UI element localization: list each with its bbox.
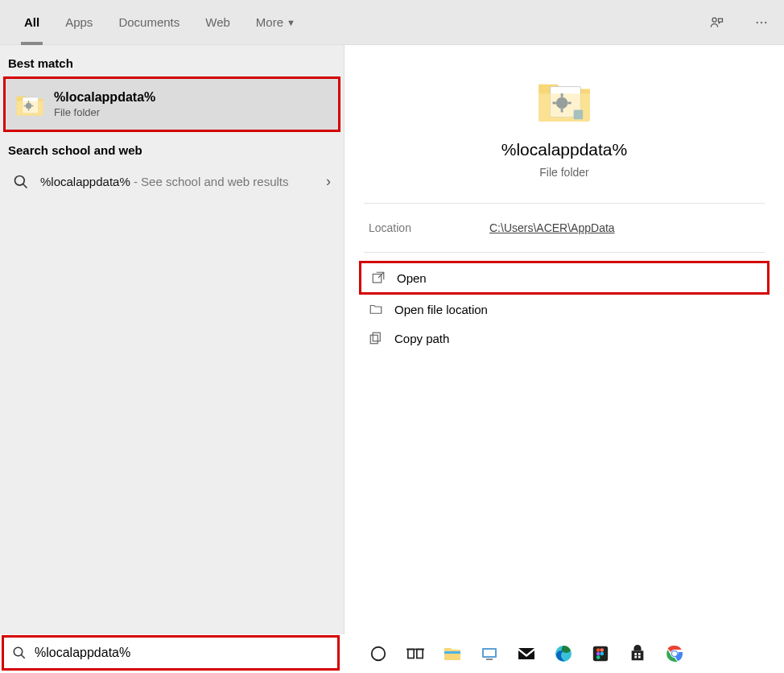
svg-line-23	[21, 654, 25, 659]
taskbar-cortana-icon[interactable]	[365, 641, 391, 667]
svg-point-46	[672, 651, 677, 656]
folder-icon-large	[536, 77, 592, 124]
actions-list: Open Open file location Copy path	[345, 253, 784, 361]
web-result-query: %localappdata%	[40, 175, 130, 188]
taskbar-app-icon[interactable]	[477, 641, 502, 667]
svg-point-1	[757, 21, 758, 23]
svg-point-36	[596, 652, 600, 656]
svg-rect-26	[417, 650, 423, 659]
svg-line-11	[23, 184, 27, 188]
open-icon	[371, 270, 386, 285]
search-icon	[12, 646, 27, 660]
search-web-header: Search school and web	[0, 132, 344, 163]
svg-rect-25	[408, 650, 414, 659]
folder-location-icon	[369, 302, 383, 316]
action-open-location-label: Open file location	[394, 303, 488, 316]
web-search-result[interactable]: %localappdata% - See school and web resu…	[0, 163, 344, 200]
feedback-icon[interactable]	[702, 8, 731, 37]
taskbar	[0, 634, 784, 673]
copy-icon	[369, 331, 383, 345]
action-copy-path[interactable]: Copy path	[359, 324, 770, 353]
preview-subtitle: File folder	[361, 166, 768, 179]
web-result-hint: - See school and web results	[130, 175, 289, 188]
best-match-title: %localappdata%	[54, 90, 155, 105]
taskbar-chrome-icon[interactable]	[662, 641, 687, 667]
svg-point-3	[765, 21, 766, 23]
folder-icon	[15, 93, 44, 117]
tab-all[interactable]: All	[11, 0, 52, 45]
svg-rect-20	[373, 332, 380, 341]
svg-rect-32	[518, 648, 534, 659]
location-label: Location	[369, 221, 489, 234]
svg-point-2	[761, 21, 762, 23]
action-open-label: Open	[397, 271, 427, 285]
svg-rect-31	[486, 659, 493, 660]
tab-more-label: More	[256, 15, 283, 29]
search-input[interactable]	[35, 646, 329, 660]
search-filter-tabs: All Apps Documents Web More ▼	[0, 0, 784, 45]
svg-point-0	[712, 18, 716, 22]
tab-apps[interactable]: Apps	[52, 0, 105, 45]
svg-rect-42	[634, 656, 637, 659]
taskbar-explorer-icon[interactable]	[439, 641, 465, 667]
best-match-result[interactable]: %localappdata% File folder	[3, 76, 340, 132]
tab-more[interactable]: More ▼	[243, 0, 308, 45]
taskbar-taskview-icon[interactable]	[402, 641, 428, 667]
svg-point-35	[596, 648, 600, 652]
preview-title: %localappdata%	[361, 140, 768, 159]
best-match-header: Best match	[0, 45, 344, 76]
chevron-right-icon: ›	[326, 173, 331, 190]
location-path[interactable]: C:\Users\ACER\AppData	[489, 221, 615, 234]
action-copy-path-label: Copy path	[394, 332, 449, 345]
tab-documents[interactable]: Documents	[105, 0, 192, 45]
action-open[interactable]: Open	[359, 261, 770, 295]
search-box[interactable]	[2, 635, 340, 671]
svg-point-37	[596, 655, 600, 659]
svg-point-39	[600, 652, 605, 656]
chevron-down-icon: ▼	[287, 18, 295, 27]
svg-point-10	[15, 175, 25, 185]
preview-pane: %localappdata% File folder Location C:\U…	[345, 45, 784, 634]
svg-rect-21	[370, 335, 378, 344]
tab-web[interactable]: Web	[192, 0, 243, 45]
taskbar-store-icon[interactable]	[625, 641, 650, 667]
svg-rect-41	[638, 653, 641, 655]
taskbar-mail-icon[interactable]	[514, 641, 539, 667]
search-icon	[13, 174, 29, 190]
svg-rect-43	[638, 656, 641, 659]
svg-point-24	[372, 647, 386, 661]
more-options-icon[interactable]	[747, 8, 776, 37]
best-match-subtitle: File folder	[54, 106, 155, 118]
location-row: Location C:\Users\ACER\AppData	[345, 204, 784, 252]
taskbar-edge-icon[interactable]	[551, 641, 576, 667]
results-pane: Best match %localappdata% File folder Se…	[0, 45, 345, 634]
svg-point-38	[600, 648, 605, 652]
svg-rect-28	[444, 651, 460, 654]
svg-point-22	[14, 647, 23, 656]
web-result-text: %localappdata% - See school and web resu…	[40, 173, 315, 190]
svg-rect-30	[484, 650, 495, 656]
action-open-file-location[interactable]: Open file location	[359, 295, 770, 324]
svg-rect-40	[634, 653, 637, 655]
taskbar-figma-icon[interactable]	[588, 641, 613, 667]
